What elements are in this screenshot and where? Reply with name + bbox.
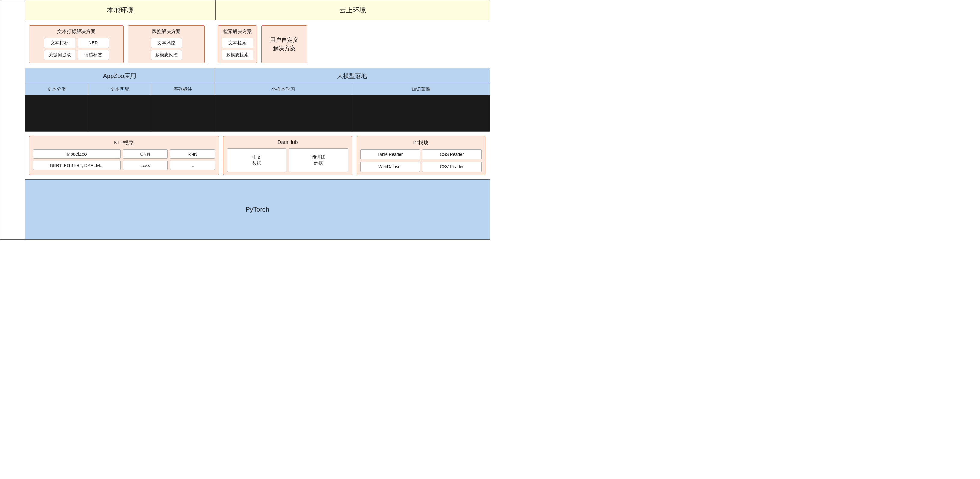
- nlp-grid: ModelZoo CNN RNN BERT, KGBERT, DKPLM... …: [33, 149, 215, 170]
- datahub-title: DataHub: [227, 139, 348, 145]
- datahub-grid: 中文数据 预训练数据: [227, 148, 348, 172]
- nlp-dots: ...: [170, 161, 215, 170]
- markup-solution-box: 文本打标解决方案 文本打标 NER 关键词提取 情感标签: [29, 25, 124, 63]
- nlp-loss: Loss: [123, 161, 168, 170]
- markup-solution-title: 文本打标解决方案: [57, 29, 95, 35]
- io-box: IO模块 Table Reader OSS Reader WebDataset …: [356, 136, 485, 175]
- local-solutions: 文本打标解决方案 文本打标 NER 关键词提取 情感标签 风控解决方案 文本风控…: [29, 25, 209, 63]
- appzoo-col-0: 文本分类: [25, 84, 88, 131]
- nlp-bert: BERT, KGBERT, DKPLM...: [33, 161, 121, 170]
- local-env-label: 本地环境: [107, 6, 134, 15]
- local-env: 本地环境: [25, 0, 216, 20]
- search-item-0: 文本检索: [221, 38, 253, 48]
- right-content: 本地环境 云上环境 文本打标解决方案 文本打标 NER 关键词提取 情感标签: [25, 0, 490, 239]
- search-item-1: 多模态检索: [221, 50, 253, 60]
- nlp-cnn: CNN: [123, 149, 168, 158]
- cloud-env-label: 云上环境: [339, 6, 366, 15]
- appzoo-title: AppZoo应用: [103, 72, 136, 80]
- pytorch-row: PyTorch: [25, 180, 490, 239]
- appzoo-col-header-1: 文本匹配: [88, 84, 151, 95]
- dalarge-body: 小样本学习 知识蒸馏: [214, 84, 490, 131]
- dalarge-col-body-1: [352, 95, 490, 131]
- markup-item-0: 文本打标: [44, 38, 75, 48]
- datahub-item-0: 中文数据: [227, 148, 286, 172]
- risk-item-1: 多模态风控: [151, 50, 182, 60]
- left-strip: [0, 0, 25, 239]
- io-title: IO模块: [360, 139, 482, 146]
- markup-item-2: 关键词提取: [44, 50, 75, 60]
- appzoo-col-body-0: [25, 95, 88, 131]
- custom-solution-label: 用户自定义解决方案: [270, 36, 299, 53]
- solutions-row: 文本打标解决方案 文本打标 NER 关键词提取 情感标签 风控解决方案 文本风控…: [25, 21, 490, 68]
- dalarge-col-0: 小样本学习: [214, 84, 352, 131]
- appzoo-col-2: 序列标注: [151, 84, 214, 131]
- main-container: 本地环境 云上环境 文本打标解决方案 文本打标 NER 关键词提取 情感标签: [0, 0, 490, 240]
- nlp-rnn: RNN: [170, 149, 215, 158]
- appzoo-col-header-0: 文本分类: [25, 84, 88, 95]
- dalarge-col-body-0: [214, 95, 352, 131]
- nlp-row: NLP模型 ModelZoo CNN RNN BERT, KGBERT, DKP…: [25, 132, 490, 180]
- appzoo-header: AppZoo应用: [25, 68, 214, 84]
- risk-solution-title: 风控解决方案: [152, 29, 181, 35]
- search-solution-title: 检索解决方案: [223, 29, 252, 35]
- dalarge-col-1: 知识蒸馏: [352, 84, 490, 131]
- io-item-1: OSS Reader: [422, 149, 482, 160]
- io-grid: Table Reader OSS Reader WebDataset CSV R…: [360, 149, 482, 172]
- markup-item-3: 情感标签: [78, 50, 109, 60]
- io-item-3: CSV Reader: [422, 161, 482, 172]
- appzoo-section: AppZoo应用 文本分类 文本匹配 序列标注: [25, 68, 214, 131]
- cloud-solutions: 检索解决方案 文本检索 多模态检索 用户自定义解决方案: [213, 25, 485, 63]
- search-solution-grid: 文本检索 多模态检索: [221, 38, 253, 60]
- risk-solution-grid: 文本风控 多模态风控: [151, 38, 182, 60]
- io-item-0: Table Reader: [360, 149, 420, 160]
- dalarge-header: 大模型落地: [214, 68, 490, 84]
- appzoo-col-body-1: [88, 95, 151, 131]
- nlp-box: NLP模型 ModelZoo CNN RNN BERT, KGBERT, DKP…: [29, 136, 219, 175]
- nlp-title: NLP模型: [33, 139, 215, 146]
- appzoo-body: 文本分类 文本匹配 序列标注: [25, 84, 214, 131]
- appzoo-col-header-2: 序列标注: [151, 84, 214, 95]
- custom-solution-box: 用户自定义解决方案: [261, 25, 307, 63]
- dalarge-col-header-0: 小样本学习: [214, 84, 352, 95]
- nlp-row1: ModelZoo CNN RNN: [33, 149, 215, 158]
- risk-solution-box: 风控解决方案 文本风控 多模态风控: [128, 25, 205, 63]
- pytorch-label: PyTorch: [245, 206, 269, 213]
- dalarge-section: 大模型落地 小样本学习 知识蒸馏: [214, 68, 490, 131]
- appzoo-col-body-2: [151, 95, 214, 131]
- env-row: 本地环境 云上环境: [25, 0, 490, 21]
- nlp-modelzoo: ModelZoo: [33, 149, 121, 158]
- io-item-2: WebDataset: [360, 161, 420, 172]
- appzoo-row: AppZoo应用 文本分类 文本匹配 序列标注: [25, 68, 490, 132]
- appzoo-col-1: 文本匹配: [88, 84, 151, 131]
- dalarge-title: 大模型落地: [337, 72, 367, 80]
- dalarge-col-header-1: 知识蒸馏: [352, 84, 490, 95]
- markup-item-1: NER: [78, 38, 109, 48]
- datahub-box: DataHub 中文数据 预训练数据: [223, 136, 352, 175]
- search-solution-box: 检索解决方案 文本检索 多模态检索: [218, 25, 257, 63]
- nlp-row2: BERT, KGBERT, DKPLM... Loss ...: [33, 161, 215, 170]
- cloud-env: 云上环境: [216, 0, 490, 20]
- risk-item-0: 文本风控: [151, 38, 182, 48]
- datahub-item-1: 预训练数据: [289, 148, 348, 172]
- markup-solution-grid: 文本打标 NER 关键词提取 情感标签: [44, 38, 109, 60]
